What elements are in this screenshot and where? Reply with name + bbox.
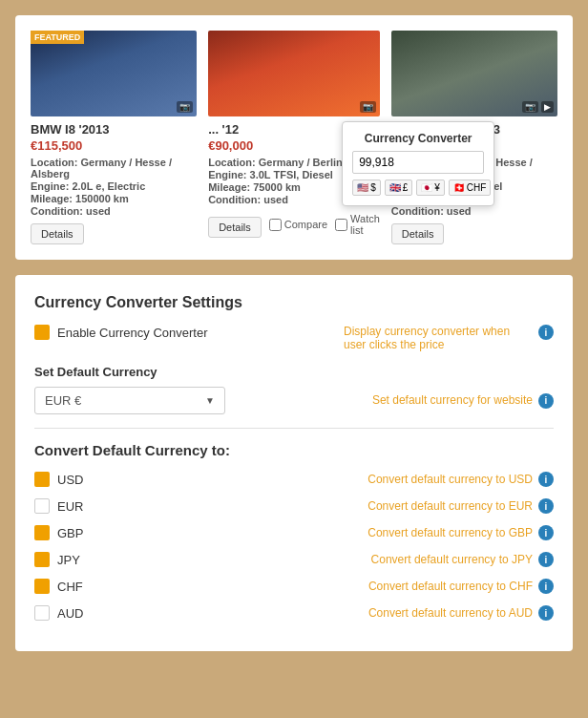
jp-flag-icon: 🇯🇵 bbox=[421, 182, 432, 193]
flag-usd[interactable]: 🇺🇸 $ bbox=[352, 180, 381, 196]
default-currency-desc: Set default currency for website i bbox=[372, 393, 554, 409]
car-title-bmw: BMW I8 '2013 bbox=[31, 122, 197, 137]
settings-card: Currency Converter Settings Enable Curre… bbox=[15, 275, 573, 651]
settings-title: Currency Converter Settings bbox=[34, 294, 554, 311]
video-icon-ford: ▶ bbox=[541, 101, 554, 113]
car-image-ford: 📷 ▶ bbox=[391, 31, 557, 116]
convert-left-jpy: JPY bbox=[34, 552, 80, 567]
convert-right-aud: Convert default currency to AUD i bbox=[368, 605, 554, 621]
camera-icon-audi: 📷 bbox=[360, 101, 376, 113]
dropdown-arrow-icon: ▼ bbox=[205, 395, 215, 406]
convert-row-jpy: JPY Convert default currency to JPY i bbox=[34, 552, 554, 567]
default-currency-label: Set Default Currency bbox=[34, 365, 554, 379]
usd-code: USD bbox=[57, 473, 83, 487]
us-flag-icon: 🇺🇸 bbox=[357, 182, 368, 193]
aud-toggle[interactable] bbox=[34, 605, 50, 621]
convert-left-aud: AUD bbox=[34, 605, 83, 621]
flag-gbp[interactable]: 🇬🇧 £ bbox=[385, 180, 413, 196]
default-currency-section: Set Default Currency EUR € ▼ Set default… bbox=[34, 365, 554, 414]
convert-right-gbp: Convert default currency to GBP i bbox=[368, 525, 554, 540]
jpy-code: JPY bbox=[57, 553, 80, 567]
car-item-bmw: 📷 FEATURED BMW I8 '2013 €115,500 Locatio… bbox=[31, 31, 197, 244]
details-button-audi[interactable]: Details bbox=[208, 217, 262, 238]
selected-currency: EUR € bbox=[45, 393, 81, 408]
convert-left-chf: CHF bbox=[34, 579, 83, 594]
featured-badge: FEATURED bbox=[31, 31, 84, 44]
chf-desc: Convert default currency to CHF bbox=[368, 580, 533, 593]
camera-icon: 📷 bbox=[177, 101, 193, 113]
car-image-audi: 📷 bbox=[208, 31, 380, 116]
convert-row-usd: USD Convert default currency to USD i bbox=[34, 472, 554, 487]
gbp-label: £ bbox=[403, 182, 409, 193]
convert-left-usd: USD bbox=[34, 472, 83, 487]
jpy-label: ¥ bbox=[434, 182, 440, 193]
aud-desc: Convert default currency to AUD bbox=[368, 606, 533, 620]
aud-code: AUD bbox=[57, 606, 83, 621]
chf-label: CHF bbox=[467, 182, 487, 193]
camera-icon-ford: 📷 bbox=[522, 101, 538, 113]
gbp-toggle[interactable] bbox=[34, 525, 50, 540]
convert-row-aud: AUD Convert default currency to AUD i bbox=[34, 605, 554, 621]
watchlist-label[interactable]: Watch list bbox=[335, 213, 380, 236]
car-overlay-icons-ford: 📷 ▶ bbox=[522, 101, 554, 113]
details-button-bmw[interactable]: Details bbox=[31, 223, 84, 244]
currency-input[interactable] bbox=[352, 151, 484, 174]
jpy-desc: Convert default currency to JPY bbox=[371, 553, 533, 566]
compare-checkbox[interactable] bbox=[269, 219, 282, 231]
chf-code: CHF bbox=[57, 580, 83, 594]
convert-row-gbp: GBP Convert default currency to GBP i bbox=[34, 525, 554, 540]
convert-right-jpy: Convert default currency to JPY i bbox=[371, 552, 554, 567]
convert-section-title: Convert Default Currency to: bbox=[34, 442, 554, 458]
car-listing-card: 📷 FEATURED BMW I8 '2013 €115,500 Locatio… bbox=[15, 15, 573, 260]
usd-toggle[interactable] bbox=[34, 472, 50, 487]
enable-info-icon[interactable]: i bbox=[538, 325, 554, 340]
currency-dropdown[interactable]: EUR € ▼ bbox=[34, 387, 225, 414]
section-divider bbox=[34, 428, 554, 429]
gbp-desc: Convert default currency to GBP bbox=[368, 526, 533, 539]
aud-info-icon[interactable]: i bbox=[538, 605, 554, 621]
currency-converter-popup: Currency Converter 🇺🇸 $ 🇬🇧 £ 🇯🇵 bbox=[342, 121, 494, 206]
car-overlay-icons-audi: 📷 bbox=[360, 101, 376, 113]
enable-currency-desc: Display currency converter when user cli… bbox=[344, 325, 554, 351]
eur-desc: Convert default currency to EUR bbox=[368, 499, 533, 513]
eur-code: EUR bbox=[57, 499, 83, 514]
convert-right-eur: Convert default currency to EUR i bbox=[368, 498, 554, 514]
gbp-code: GBP bbox=[57, 526, 83, 540]
chf-toggle[interactable] bbox=[34, 579, 50, 594]
gbp-info-icon[interactable]: i bbox=[538, 525, 554, 540]
convert-left-gbp: GBP bbox=[34, 525, 83, 540]
enable-currency-toggle[interactable] bbox=[34, 325, 50, 340]
page-wrapper: 📷 FEATURED BMW I8 '2013 €115,500 Locatio… bbox=[0, 0, 588, 666]
eur-toggle[interactable] bbox=[34, 498, 50, 514]
details-button-ford[interactable]: Details bbox=[391, 223, 445, 244]
flag-chf[interactable]: 🇨🇭 CHF bbox=[449, 180, 492, 196]
default-currency-desc-text: Set default currency for website bbox=[372, 393, 533, 407]
usd-info-icon[interactable]: i bbox=[538, 472, 554, 487]
convert-row-eur: EUR Convert default currency to EUR i bbox=[34, 498, 554, 514]
car-engine-bmw: Engine: 2.0L e, Electric bbox=[31, 180, 197, 192]
currency-flags: 🇺🇸 $ 🇬🇧 £ 🇯🇵 ¥ 🇨🇭 bbox=[352, 180, 484, 196]
convert-row-chf: CHF Convert default currency to CHF i bbox=[34, 579, 554, 594]
car-condition-bmw: Condition: used bbox=[31, 205, 197, 217]
car-mileage-bmw: Mileage: 150000 km bbox=[31, 193, 197, 204]
car-overlay-icons-bmw: 📷 bbox=[177, 101, 193, 113]
gb-flag-icon: 🇬🇧 bbox=[389, 182, 401, 193]
convert-left-eur: EUR bbox=[34, 498, 83, 514]
enable-currency-row: Enable Currency Converter Display curren… bbox=[34, 325, 554, 351]
default-currency-info-icon[interactable]: i bbox=[538, 393, 554, 409]
chf-info-icon[interactable]: i bbox=[538, 579, 554, 594]
enable-currency-left: Enable Currency Converter bbox=[34, 325, 208, 340]
watchlist-checkbox[interactable] bbox=[335, 219, 347, 231]
flag-jpy[interactable]: 🇯🇵 ¥ bbox=[416, 180, 445, 196]
usd-desc: Convert default currency to USD bbox=[368, 473, 533, 486]
enable-currency-desc-text: Display currency converter when user cli… bbox=[344, 325, 533, 351]
car-condition-ford: Condition: used bbox=[391, 205, 557, 217]
jpy-toggle[interactable] bbox=[34, 552, 50, 567]
jpy-info-icon[interactable]: i bbox=[538, 552, 554, 567]
currency-popup-title: Currency Converter bbox=[352, 132, 484, 145]
car-price-bmw: €115,500 bbox=[31, 138, 197, 153]
eur-info-icon[interactable]: i bbox=[538, 498, 554, 514]
ch-flag-icon: 🇨🇭 bbox=[453, 182, 465, 193]
compare-label[interactable]: Compare bbox=[269, 219, 327, 231]
convert-right-usd: Convert default currency to USD i bbox=[368, 472, 554, 487]
